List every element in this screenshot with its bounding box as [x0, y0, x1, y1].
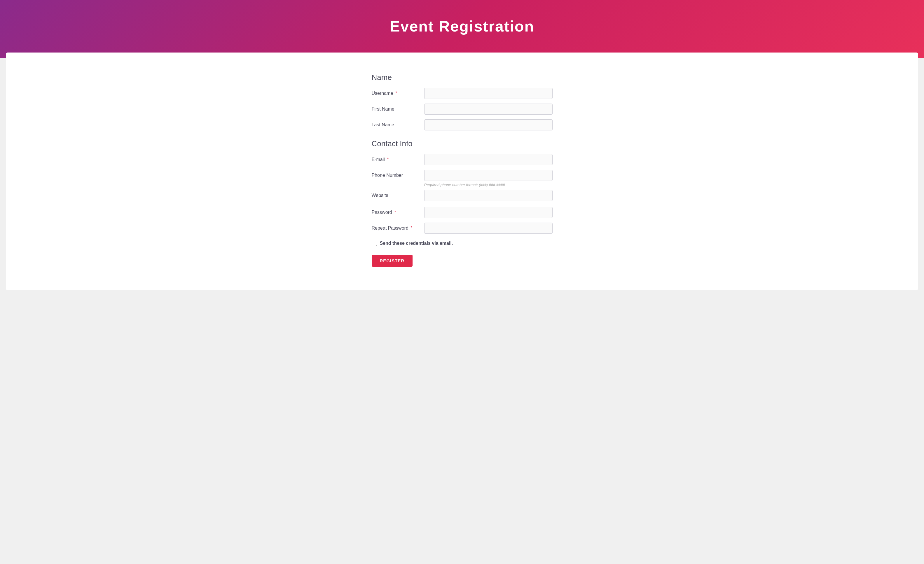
firstname-group: First Name — [372, 104, 553, 115]
section-name-title: Name — [372, 73, 553, 82]
website-input[interactable] — [424, 190, 553, 201]
phone-hint: Required phone number format: (###) ###-… — [424, 183, 553, 187]
credentials-checkbox-row: Send these credentials via email. — [372, 241, 553, 246]
phone-group: Phone Number — [372, 170, 553, 181]
form-container: Name Username * First Name Last Name Con… — [6, 52, 918, 290]
email-input[interactable] — [424, 154, 553, 165]
phone-label: Phone Number — [372, 173, 424, 178]
lastname-label: Last Name — [372, 122, 424, 128]
email-label: E-mail * — [372, 157, 424, 162]
password-label: Password * — [372, 210, 424, 215]
password-required: * — [394, 210, 396, 215]
repeat-password-label: Repeat Password * — [372, 225, 424, 231]
send-credentials-label[interactable]: Send these credentials via email. — [380, 241, 453, 246]
firstname-label: First Name — [372, 106, 424, 112]
firstname-input[interactable] — [424, 104, 553, 115]
page-header: Event Registration — [0, 0, 924, 58]
website-label: Website — [372, 193, 424, 198]
repeat-password-required: * — [411, 225, 412, 231]
section-contact-title: Contact Info — [372, 139, 553, 148]
lastname-group: Last Name — [372, 119, 553, 130]
email-required: * — [387, 157, 388, 162]
password-input[interactable] — [424, 207, 553, 218]
page-title: Event Registration — [6, 18, 918, 35]
register-button[interactable]: REGISTER — [372, 255, 413, 267]
password-section: Password * Repeat Password * — [372, 207, 553, 234]
email-group: E-mail * — [372, 154, 553, 165]
form-inner: Name Username * First Name Last Name Con… — [360, 64, 564, 273]
repeat-password-input[interactable] — [424, 223, 553, 234]
repeat-password-group: Repeat Password * — [372, 223, 553, 234]
send-credentials-checkbox[interactable] — [372, 241, 377, 246]
password-group: Password * — [372, 207, 553, 218]
username-label: Username * — [372, 91, 424, 96]
username-required: * — [395, 91, 397, 96]
phone-input[interactable] — [424, 170, 553, 181]
website-group: Website — [372, 190, 553, 201]
lastname-input[interactable] — [424, 119, 553, 130]
username-input[interactable] — [424, 88, 553, 99]
username-group: Username * — [372, 88, 553, 99]
